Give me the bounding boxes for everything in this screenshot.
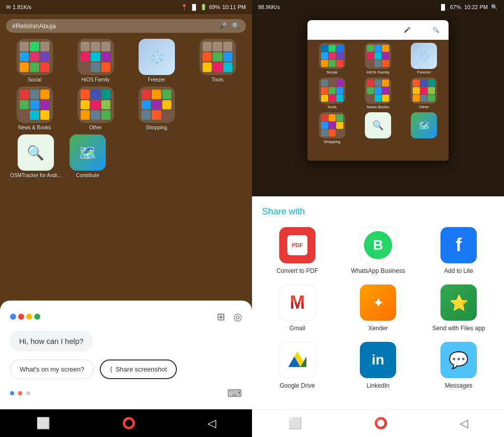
share-item-drive[interactable]: Google Drive [262, 342, 333, 389]
lite-label: Add to Lite [444, 267, 473, 274]
home-circle-icon[interactable]: ⭕ [122, 417, 136, 430]
other-6 [101, 100, 111, 110]
app-contribute[interactable]: 🗺️ Contribute [70, 134, 106, 178]
xender-icon: ✦ [360, 284, 396, 321]
share-item-pdf[interactable]: PDF Convert to PDF [262, 227, 333, 274]
screenshot-preview-area: 98.96K/s ▐▌ 67% 10:22 PM 🔍 Premier Leagu… [252, 0, 504, 196]
search-icon[interactable]: 🔍 [232, 22, 240, 30]
share-item-files[interactable]: ⭐ Send with Files app [423, 284, 494, 332]
news-8 [30, 110, 39, 120]
news-4 [20, 100, 29, 110]
nav-dot-2 [18, 391, 22, 395]
folder-hios[interactable]: HiOS Family [67, 39, 124, 83]
share-icon: ⟨ [110, 366, 112, 373]
folder-freezer[interactable]: ❄️ Freezer [128, 39, 185, 83]
tools-4 [203, 52, 212, 62]
social-label: Social [28, 77, 41, 83]
contribute-label: Contribute [76, 173, 99, 178]
dot-blue [10, 314, 16, 320]
right-home-circle-icon[interactable]: ⭕ [374, 417, 388, 430]
shop-3 [162, 90, 172, 99]
sc-osm-icon: 🔍 [365, 112, 391, 138]
tools-7 [203, 62, 212, 72]
search-icons: 🎤 🔍 [219, 22, 240, 30]
sc-freezer-label: Freezer [417, 70, 431, 75]
hios-4 [81, 52, 90, 62]
hios-1 [81, 42, 90, 51]
right-back-triangle-icon[interactable]: ◁ [460, 417, 468, 430]
tools-1 [203, 42, 212, 51]
folder-shopping[interactable]: Shopping [128, 87, 185, 130]
share-item-messages[interactable]: 💬 Messages [423, 342, 494, 389]
sc-hios-label: HiOS Family [367, 70, 390, 75]
compass-icon[interactable]: ◎ [233, 311, 242, 323]
sc-maps-icon: 🗺️ [411, 112, 437, 138]
messages-bubble-icon: 💬 [449, 350, 469, 370]
sc-shopping-icon [319, 112, 345, 138]
share-section: Share with PDF Convert to PDF B WhatsApp… [252, 196, 504, 409]
back-triangle-icon[interactable]: ◁ [208, 417, 216, 430]
share-item-linkedin[interactable]: in LinkedIn [343, 342, 413, 389]
share-item-gmail[interactable]: M Gmail [262, 284, 333, 332]
preview-battery: 67% [450, 4, 461, 10]
search-text: #RelishinAbuja [12, 22, 219, 30]
folder-tools[interactable]: Tools [189, 39, 246, 83]
other-folder-icon [78, 87, 114, 123]
files-icon: ⭐ [440, 284, 477, 321]
xender-symbol: ✦ [372, 295, 384, 311]
cards-icon[interactable]: ⊞ [217, 311, 225, 323]
freezer-icon: ❄️ [139, 39, 175, 75]
sc-search-text: Premier League Standings [317, 27, 382, 33]
share-title: Share with [262, 206, 494, 217]
share-item-xender[interactable]: ✦ Xender [343, 284, 413, 332]
mini-other3 [30, 62, 39, 72]
assistant-greeting: Hi, how can I help? [10, 331, 93, 351]
nav-dot-3 [26, 391, 30, 395]
battery-percent: 69% [209, 4, 220, 10]
preview-status-right: ▐▌ 67% 10:22 PM 🔍 [439, 4, 498, 11]
tools-3 [223, 42, 233, 51]
other-4 [81, 100, 90, 110]
sc-news-icon [365, 78, 391, 104]
xender-label: Xender [368, 325, 388, 332]
gmail-m-icon: M [290, 292, 305, 313]
other-5 [91, 100, 100, 110]
tools-5 [213, 52, 222, 62]
hios-9 [101, 62, 111, 72]
social-folder-icon [17, 39, 53, 75]
sc-app-grid: Social HiOS Family ❄️ Freezer [307, 40, 449, 147]
sc-shopping-label: Shopping [324, 139, 341, 144]
preview-speed: 98.96K/s [258, 4, 280, 10]
folder-news[interactable]: News & Books [6, 87, 63, 130]
sc-hios-icon [365, 43, 391, 69]
lite-icon: f [440, 227, 477, 263]
keyboard-icon[interactable]: ⌨ [227, 387, 242, 399]
folder-other[interactable]: Other [67, 87, 124, 130]
app-osmtracker[interactable]: 🔍 OSMTracker for Andr... [10, 134, 61, 178]
lite-f-icon: f [456, 235, 462, 256]
shopping-label: Shopping [146, 125, 167, 130]
share-item-whatsapp-biz[interactable]: B WhatsApp Business [343, 227, 413, 274]
shopping-folder-icon [139, 87, 175, 123]
home-square-icon[interactable]: ⬜ [36, 417, 50, 430]
speed-indicator: 1.81K/s [13, 4, 31, 10]
assistant-actions: What's on my screen? ⟨ Share screenshot [10, 359, 242, 379]
assistant-overlay: ⊞ ◎ Hi, how can I help? What's on my scr… [0, 301, 252, 409]
other-8 [91, 110, 100, 120]
whats-on-screen-button[interactable]: What's on my screen? [10, 359, 94, 379]
sc-social-label: Social [327, 70, 338, 75]
folder-social[interactable]: Social [6, 39, 63, 83]
news-3 [40, 90, 50, 99]
share-screenshot-button[interactable]: ⟨ Share screenshot [100, 359, 177, 379]
preview-status-bar: 98.96K/s ▐▌ 67% 10:22 PM 🔍 [252, 0, 504, 14]
search-bar[interactable]: #RelishinAbuja 🎤 🔍 [6, 19, 246, 33]
news-1 [20, 90, 29, 99]
wb-b-circle: B [364, 231, 392, 259]
share-item-lite[interactable]: f Add to Lite [423, 227, 494, 274]
mic-icon[interactable]: 🎤 [219, 22, 227, 30]
right-home-square-icon[interactable]: ⬜ [288, 417, 302, 430]
screenshot-card: Premier League Standings 🎤 🔍 Social [307, 20, 449, 161]
app-grid-row1: Social HiOS Family ❄️ [6, 39, 246, 83]
tools-6 [223, 52, 233, 62]
assistant-top-icons: ⊞ ◎ [217, 311, 242, 323]
